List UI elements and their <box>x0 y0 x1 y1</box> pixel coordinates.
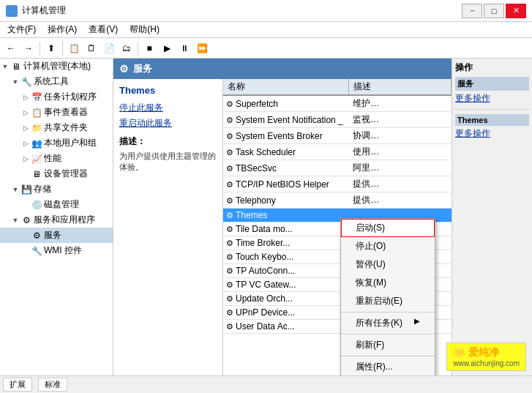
service-name: User Data Ac... <box>236 321 295 332</box>
menu-action[interactable]: 操作(A) <box>43 22 81 37</box>
toolbar-btn4[interactable]: 🗒 <box>83 40 100 56</box>
menu-file[interactable]: 文件(F) <box>3 22 40 37</box>
context-menu-item[interactable]: 属性(R)... <box>341 358 435 375</box>
toolbar: ← → ⬆ 📋 🗒 📄 🗂 ■ ▶ ⏸ ⏩ <box>0 38 532 59</box>
tree-performance[interactable]: ▷ 📈 性能 <box>0 151 113 166</box>
tab-extend[interactable]: 扩展 <box>3 378 32 392</box>
table-row[interactable]: ⚙Task Scheduler使用… <box>223 144 452 160</box>
toolbar-btn3[interactable]: 📋 <box>66 40 82 56</box>
right-section1: 服务 <box>455 77 529 91</box>
context-menu-item[interactable]: 暂停(U) <box>341 255 435 274</box>
toolbar-btn5[interactable]: 📄 <box>101 40 117 56</box>
tree-task-scheduler[interactable]: ▷ 📅 任务计划程序 <box>0 89 113 105</box>
stop-service-link[interactable]: 停止此服务 <box>119 102 217 114</box>
service-icon: ⚙ <box>226 322 233 331</box>
status-bar: 扩展 标准 <box>0 375 532 393</box>
service-icon: ⚙ <box>226 164 233 173</box>
tree-device-manager[interactable]: 🖥 设备管理器 <box>0 166 113 181</box>
tree-services[interactable]: ⚙ 服务 <box>0 228 113 243</box>
expand-icon: ▷ <box>20 92 31 102</box>
right-link2[interactable]: 更多操作 <box>455 127 529 140</box>
expand-icon: ▷ <box>20 123 31 133</box>
tree-shared-folders[interactable]: ▷ 📁 共享文件夹 <box>0 120 113 135</box>
service-name: Touch Keybo... <box>236 252 293 262</box>
service-name-cell: ⚙User Data Ac... <box>223 320 348 334</box>
right-panel-title: 操作 <box>455 61 529 74</box>
context-menu: 启动(S)停止(O)暂停(U)恢复(M)重新启动(E)所有任务(K)刷新(F)属… <box>340 218 435 375</box>
back-button[interactable]: ← <box>3 40 19 56</box>
service-icon: ⚙ <box>226 100 233 108</box>
main-layout: ▼ 🖥 计算机管理(本地) ▼ 🔧 系统工具 ▷ 📅 任务计划程序 ▷ 📋 事件… <box>0 59 532 375</box>
restart-service-link[interactable]: 重启动此服务 <box>119 117 217 130</box>
context-menu-item[interactable]: 刷新(F) <box>341 336 435 354</box>
tree-storage[interactable]: ▼ 💾 存储 <box>0 181 113 197</box>
service-name-cell: ⚙Telephony <box>223 192 348 209</box>
left-panel: ▼ 🖥 计算机管理(本地) ▼ 🔧 系统工具 ▷ 📅 任务计划程序 ▷ 📋 事件… <box>0 59 113 375</box>
tab-standard[interactable]: 标准 <box>38 378 67 392</box>
pause-button[interactable]: ⏸ <box>176 40 192 56</box>
desc-text: 为用户提供使用主题管理的体验。 <box>119 151 217 173</box>
context-menu-item[interactable]: 停止(O) <box>341 237 435 255</box>
tree-root[interactable]: ▼ 🖥 计算机管理(本地) <box>0 59 113 74</box>
services-table-area: 名称 描述 ⚙Superfetch维护…⚙System Event Notifi… <box>223 79 452 375</box>
service-desc-cell: 阿里… <box>348 160 451 176</box>
watermark-logo: 🌟 爱纯净 <box>453 346 520 359</box>
table-row[interactable]: ⚙Superfetch维护… <box>223 95 452 112</box>
up-button[interactable]: ⬆ <box>43 40 59 56</box>
service-name-cell: ⚙UPnP Device... <box>223 306 348 320</box>
table-row[interactable]: ⚙System Events Broker协调… <box>223 128 452 144</box>
col-name[interactable]: 名称 <box>223 79 348 95</box>
expand-icon <box>20 200 31 210</box>
service-name: Superfetch <box>236 99 278 109</box>
table-row[interactable]: ⚙Telephony提供… <box>223 192 452 209</box>
tree-disk-management[interactable]: 💿 磁盘管理 <box>0 197 113 212</box>
tree-local-users[interactable]: ▷ 👥 本地用户和组 <box>0 135 113 151</box>
stop-button[interactable]: ■ <box>141 40 157 56</box>
service-name: Time Broker... <box>236 238 290 248</box>
service-name-cell: ⚙System Event Notification _ <box>223 112 348 128</box>
play-button[interactable]: ▶ <box>159 40 175 56</box>
menu-view[interactable]: 查看(V) <box>84 22 122 37</box>
tree-event-viewer[interactable]: ▷ 📋 事件查看器 <box>0 105 113 120</box>
forward-button[interactable]: → <box>20 40 37 56</box>
right-section2: Themes <box>455 114 529 126</box>
expand-icon <box>20 169 31 179</box>
title-bar-controls: － □ ✕ <box>462 4 526 18</box>
context-menu-item[interactable]: 重新启动(E) <box>341 292 435 310</box>
table-row[interactable]: ⚙System Event Notification _监视… <box>223 112 452 128</box>
service-desc-cell: 监视… <box>348 112 451 128</box>
step-button[interactable]: ⏩ <box>194 40 210 56</box>
service-icon: ⚙ <box>226 252 233 261</box>
service-name: Task Scheduler <box>236 147 296 157</box>
table-row[interactable]: ⚙TBSecSvc阿里… <box>223 160 452 176</box>
tree-services-apps[interactable]: ▼ ⚙ 服务和应用程序 <box>0 212 113 228</box>
toolbar-btn6[interactable]: 🗂 <box>119 40 135 56</box>
service-desc-cell: 协调… <box>348 128 451 144</box>
close-button[interactable]: ✕ <box>506 4 526 18</box>
tree-storage-label: 存储 <box>34 183 51 195</box>
context-menu-item[interactable]: 恢复(M) <box>341 274 435 292</box>
services-sub-icon: ⚙ <box>31 230 42 242</box>
maximize-button[interactable]: □ <box>484 4 504 18</box>
context-menu-item[interactable]: 所有任务(K) <box>341 314 435 332</box>
expand-icon <box>20 231 31 241</box>
service-desc-cell: 提供… <box>348 192 451 209</box>
perf-icon: 📈 <box>31 153 42 165</box>
tree-wmi[interactable]: 🔧 WMI 控件 <box>0 243 113 258</box>
toolbar-sep2 <box>62 42 63 55</box>
menu-bar: 文件(F) 操作(A) 查看(V) 帮助(H) <box>0 22 532 38</box>
tree-shared-label: 共享文件夹 <box>44 121 88 134</box>
context-menu-item[interactable]: 启动(S) <box>341 219 435 237</box>
tree-system-tools[interactable]: ▼ 🔧 系统工具 <box>0 74 113 89</box>
service-name: System Event Notification _ <box>236 115 343 125</box>
desc-label: 描述： <box>119 135 217 148</box>
service-name-cell: ⚙Superfetch <box>223 95 348 112</box>
menu-help[interactable]: 帮助(H) <box>125 22 164 37</box>
right-link1[interactable]: 更多操作 <box>455 92 529 105</box>
minimize-button[interactable]: － <box>462 4 482 18</box>
services-header-title: 服务 <box>133 62 152 75</box>
mid-panel: ⚙ 服务 Themes 停止此服务 重启动此服务 描述： 为用户提供使用主题管理… <box>113 59 452 375</box>
table-row[interactable]: ⚙TCP/IP NetBIOS Helper提供… <box>223 176 452 192</box>
col-desc[interactable]: 描述 <box>348 79 451 95</box>
services-icon: ⚙ <box>20 214 32 226</box>
